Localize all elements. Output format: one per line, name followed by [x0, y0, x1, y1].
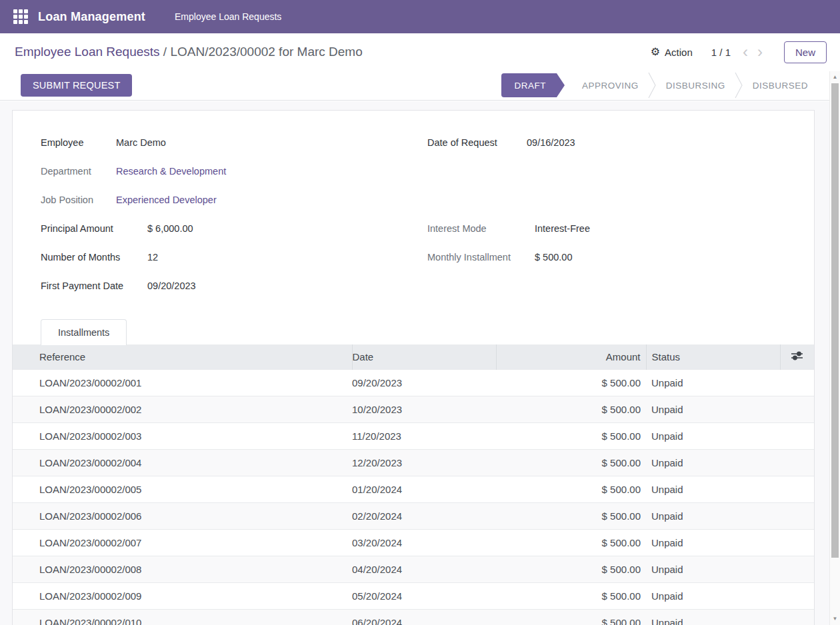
cell-date: 01/20/2024 — [352, 476, 496, 502]
status-step-draft[interactable]: DRAFT — [501, 73, 557, 97]
notebook-tabs: Installments — [13, 318, 814, 344]
installment-row[interactable]: LOAN/2023/00002/010 06/20/2024 $ 500.00 … — [13, 609, 814, 625]
monthly-installment-label: Monthly Installment — [427, 252, 535, 263]
cell-status: Unpaid — [646, 502, 780, 529]
installment-row[interactable]: LOAN/2023/00002/001 09/20/2023 $ 500.00 … — [13, 369, 814, 396]
cell-reference: LOAN/2023/00002/001 — [13, 369, 352, 396]
cell-empty — [780, 529, 814, 556]
control-panel: Employee Loan Requests / LOAN/2023/00002… — [0, 33, 840, 71]
department-label: Department — [41, 166, 116, 177]
field-number-of-months: Number of Months 12 — [41, 243, 427, 271]
date-of-request-label: Date of Request — [427, 137, 527, 148]
form-sheet: Employee Marc Demo Department Research &… — [12, 110, 815, 625]
field-monthly-installment: Monthly Installment $ 500.00 — [427, 243, 814, 271]
cell-amount: $ 500.00 — [496, 396, 646, 422]
employee-value[interactable]: Marc Demo — [116, 137, 166, 148]
field-date-of-request: Date of Request 09/16/2023 — [427, 128, 814, 157]
cell-reference: LOAN/2023/00002/006 — [13, 502, 352, 529]
step-separator — [648, 72, 657, 99]
cell-status: Unpaid — [646, 449, 780, 476]
pager-previous-icon[interactable]: ‹ — [740, 44, 751, 60]
cell-reference: LOAN/2023/00002/003 — [13, 422, 352, 449]
cell-date: 04/20/2024 — [352, 556, 496, 582]
cell-amount: $ 500.00 — [496, 476, 646, 502]
monthly-installment-value[interactable]: $ 500.00 — [535, 252, 572, 263]
installment-row[interactable]: LOAN/2023/00002/004 12/20/2023 $ 500.00 … — [13, 449, 814, 476]
apps-grid-icon[interactable] — [13, 9, 28, 24]
field-principal-amount: Principal Amount $ 6,000.00 — [41, 214, 427, 243]
status-step-disbursing[interactable]: DISBURSING — [657, 81, 735, 91]
employee-label: Employee — [41, 137, 116, 148]
cell-empty — [780, 582, 814, 609]
field-job-position: Job Position Experienced Developer — [41, 185, 427, 214]
scrollbar-down-icon[interactable]: ▼ — [830, 614, 840, 624]
column-header-amount[interactable]: Amount — [496, 344, 646, 369]
status-step-disbursed[interactable]: DISBURSED — [743, 81, 817, 91]
cell-amount: $ 500.00 — [496, 582, 646, 609]
app-title[interactable]: Loan Management — [38, 10, 145, 24]
field-first-payment-date: First Payment Date 09/20/2023 — [41, 271, 427, 300]
installment-row[interactable]: LOAN/2023/00002/008 04/20/2024 $ 500.00 … — [13, 556, 814, 582]
principal-amount-value[interactable]: $ 6,000.00 — [147, 223, 193, 234]
cell-date: 02/20/2024 — [352, 502, 496, 529]
column-header-reference[interactable]: Reference — [13, 344, 352, 369]
principal-amount-label: Principal Amount — [41, 223, 147, 234]
field-spacer — [427, 157, 814, 185]
interest-mode-label: Interest Mode — [427, 223, 535, 234]
first-payment-date-label: First Payment Date — [41, 281, 147, 291]
cell-amount: $ 500.00 — [496, 529, 646, 556]
cell-amount: $ 500.00 — [496, 502, 646, 529]
column-header-status[interactable]: Status — [646, 344, 780, 369]
cell-empty — [780, 369, 814, 396]
tab-installments[interactable]: Installments — [41, 319, 127, 345]
pager-count: 1 / 1 — [711, 47, 731, 58]
form-fields: Employee Marc Demo Department Research &… — [13, 128, 814, 300]
field-interest-mode: Interest Mode Interest-Free — [427, 214, 814, 243]
cell-date: 06/20/2024 — [352, 609, 496, 625]
cell-reference: LOAN/2023/00002/009 — [13, 582, 352, 609]
job-position-value-link[interactable]: Experienced Developer — [116, 195, 217, 205]
status-step-approving[interactable]: APPROVING — [573, 81, 648, 91]
installment-row[interactable]: LOAN/2023/00002/005 01/20/2024 $ 500.00 … — [13, 476, 814, 502]
cell-amount: $ 500.00 — [496, 422, 646, 449]
optional-columns-button[interactable] — [780, 344, 814, 369]
cell-status: Unpaid — [646, 609, 780, 625]
navbar-menu-employee-loan-requests[interactable]: Employee Loan Requests — [175, 11, 281, 22]
breadcrumb-parent-link[interactable]: Employee Loan Requests — [15, 45, 160, 59]
department-value-link[interactable]: Research & Development — [116, 166, 226, 177]
cell-empty — [780, 556, 814, 582]
job-position-label: Job Position — [41, 195, 116, 205]
first-payment-date-value[interactable]: 09/20/2023 — [147, 281, 196, 291]
installment-row[interactable]: LOAN/2023/00002/007 03/20/2024 $ 500.00 … — [13, 529, 814, 556]
scrollbar-thumb[interactable] — [831, 83, 839, 558]
installment-row[interactable]: LOAN/2023/00002/003 11/20/2023 $ 500.00 … — [13, 422, 814, 449]
vertical-scrollbar: ▲ ▼ — [829, 71, 840, 625]
top-navbar: Loan Management Employee Loan Requests — [0, 0, 840, 33]
cell-reference: LOAN/2023/00002/007 — [13, 529, 352, 556]
cell-empty — [780, 609, 814, 625]
cell-status: Unpaid — [646, 529, 780, 556]
cell-amount: $ 500.00 — [496, 556, 646, 582]
column-header-date[interactable]: Date — [352, 344, 496, 369]
cell-status: Unpaid — [646, 396, 780, 422]
cell-empty — [780, 449, 814, 476]
cell-status: Unpaid — [646, 369, 780, 396]
scrollbar-up-icon[interactable]: ▲ — [830, 73, 840, 82]
cell-date: 03/20/2024 — [352, 529, 496, 556]
new-record-button[interactable]: New — [784, 41, 827, 63]
control-panel-right: ⚙ Action 1 / 1 ‹ › New — [651, 41, 827, 63]
installment-row[interactable]: LOAN/2023/00002/009 05/20/2024 $ 500.00 … — [13, 582, 814, 609]
cell-empty — [780, 476, 814, 502]
breadcrumb-separator: / — [160, 45, 171, 59]
action-menu-button[interactable]: ⚙ Action — [651, 47, 693, 58]
pager-next-icon[interactable]: › — [755, 44, 765, 60]
cell-empty — [780, 422, 814, 449]
date-of-request-value[interactable]: 09/16/2023 — [527, 137, 575, 148]
number-of-months-value[interactable]: 12 — [147, 252, 158, 263]
installment-row[interactable]: LOAN/2023/00002/006 02/20/2024 $ 500.00 … — [13, 502, 814, 529]
installment-row[interactable]: LOAN/2023/00002/002 10/20/2023 $ 500.00 … — [13, 396, 814, 422]
interest-mode-value[interactable]: Interest-Free — [535, 223, 590, 234]
cell-reference: LOAN/2023/00002/002 — [13, 396, 352, 422]
cell-date: 09/20/2023 — [352, 369, 496, 396]
submit-request-button[interactable]: SUBMIT REQUEST — [21, 74, 132, 97]
